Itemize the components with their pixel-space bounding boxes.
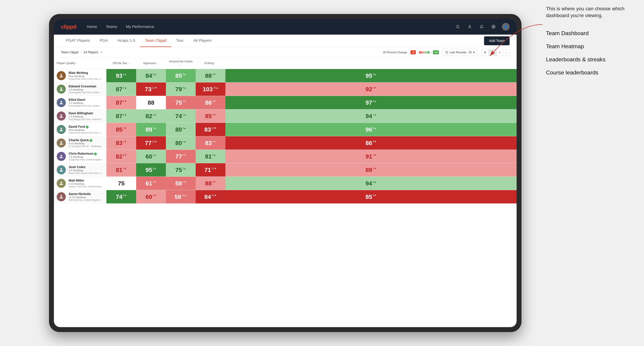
score-box: 94 3▲ <box>226 177 516 190</box>
player-cell[interactable]: Edward Crossman 1-5 Handicap Sunningdale… <box>54 82 106 96</box>
table-row: Elliot Ebert 1-5 Handicap Sunningdale Go… <box>54 96 516 109</box>
edit-icon[interactable]: ✏ <box>100 51 103 54</box>
player-info: Charlie Quick✓ 6-10 Handicap St. George'… <box>68 138 104 148</box>
score-box: 60 1▼ <box>136 190 166 203</box>
search-icon[interactable] <box>454 23 461 30</box>
annotation-area: This is where you can choose which dashb… <box>546 5 637 82</box>
score-value: 88 <box>205 72 212 79</box>
last-rounds-button[interactable]: Last Rounds: 20 ▾ <box>442 49 478 56</box>
nav-home[interactable]: Home <box>87 24 97 29</box>
player-name: Matt Miller <box>68 179 104 182</box>
score-value: 87 <box>116 113 122 120</box>
player-info: Dave Billingham 1-5 Handicap Gog Magog G… <box>68 112 104 121</box>
score-value: 94 <box>366 180 372 187</box>
player-avatar <box>57 152 66 161</box>
col-player: Player Quality <box>54 58 106 69</box>
tab-all-players[interactable]: All Players <box>188 35 216 47</box>
player-cell[interactable]: Chris Robertson✓ 1-5 Handicap Craigmilla… <box>54 150 106 163</box>
score-cell: 61 3▼ <box>136 177 166 190</box>
score-box: 85 4▼ <box>226 190 516 203</box>
score-cell: 83 6▼ <box>196 136 226 150</box>
table-row: David Ford✓ Plus Handicap Royal North De… <box>54 123 516 136</box>
score-box: 79 9▲ <box>166 82 196 96</box>
score-box: 86 6▼ <box>196 96 226 109</box>
tab-team-clippd[interactable]: Team Clippd <box>140 35 171 47</box>
user-icon[interactable] <box>466 23 473 30</box>
player-avatar <box>57 138 66 148</box>
player-cell[interactable]: Josh Coles 1-5 Handicap Royal North Devo… <box>54 163 106 177</box>
score-cell: 77 3▼ <box>166 150 196 163</box>
tab-hcaps[interactable]: Hcaps 1-5 <box>113 35 140 47</box>
score-cell: 103 15▲ <box>196 82 226 96</box>
app-logo[interactable]: clippd <box>61 23 76 30</box>
player-avatar <box>57 112 66 121</box>
svg-point-8 <box>60 87 62 89</box>
player-cell[interactable]: Charlie Quick✓ 6-10 Handicap St. George'… <box>54 136 106 150</box>
svg-point-1 <box>469 25 470 26</box>
nav-my-performance[interactable]: My Performance <box>126 24 154 29</box>
player-avatar <box>57 192 66 201</box>
score-cell: 85 8▲ <box>166 69 196 82</box>
player-cell[interactable]: Blair McHarg Plus Handicap Royal North D… <box>54 69 106 82</box>
player-cell[interactable]: Dave Billingham 1-5 Handicap Gog Magog G… <box>54 109 106 123</box>
score-box: 77 3▼ <box>166 150 196 163</box>
annotation-item-3: Course leaderboards <box>546 69 637 77</box>
score-box: 87 3▼ <box>106 96 136 109</box>
score-box: 81 4▲ <box>196 150 226 163</box>
score-cell: 95 8▲ <box>136 163 166 177</box>
tab-pga[interactable]: PGA <box>95 35 112 47</box>
tab-pgat-players[interactable]: PGAT Players <box>61 35 95 47</box>
score-value: 84 <box>204 193 211 200</box>
score-box: 84 21▼ <box>196 190 226 203</box>
score-value: 77 <box>145 140 152 147</box>
score-cell: 89 2▼ <box>226 163 516 177</box>
player-handicap: 11-15 Handicap <box>68 196 100 199</box>
separator: | <box>80 50 82 54</box>
player-cell[interactable]: Matt Miller 6-10 Handicap Woburn Golf Cl… <box>54 177 106 190</box>
score-box: 61 3▼ <box>136 177 166 190</box>
player-name: Blair McHarg <box>68 71 104 75</box>
player-name: Charlie Quick✓ <box>68 138 104 142</box>
score-value: 86 <box>205 99 212 106</box>
svg-point-15 <box>60 181 62 183</box>
score-cell: 83 10▼ <box>196 123 226 136</box>
score-value: 85 <box>205 113 212 120</box>
player-info: Chris Robertson✓ 1-5 Handicap Craigmilla… <box>68 152 102 161</box>
player-club: Drift Golf Club, United Kingdom <box>68 199 100 201</box>
score-value: 92 <box>366 86 372 93</box>
score-cell: 60 2▲ <box>136 150 166 163</box>
score-cell: 74 8▼ <box>106 190 136 204</box>
player-cell[interactable]: David Ford✓ Plus Handicap Royal North De… <box>54 123 106 136</box>
player-handicap: 1-5 Handicap <box>68 102 104 105</box>
score-box: 88 <box>136 96 166 109</box>
col-approach: Approach <box>136 58 166 69</box>
player-club: Royal North Devon Golf Club, United King… <box>68 172 104 174</box>
score-cell: 73 11▼ <box>136 82 166 96</box>
score-value: 75 <box>175 99 182 106</box>
player-club: Gog Magog Golf Club, United Kingdom <box>68 118 104 121</box>
player-avatar <box>57 179 66 188</box>
nav-teams[interactable]: Teams <box>106 24 117 29</box>
last-rounds-value: 20 <box>468 51 472 54</box>
player-name: Josh Coles <box>68 165 104 169</box>
annotation-item-2: Leaderboards & streaks <box>546 56 637 63</box>
score-value: 73 <box>145 86 152 93</box>
score-box: 87 4▲ <box>106 109 136 123</box>
navbar: clippd Home Teams My Performance <box>54 19 516 35</box>
player-info: Blair McHarg Plus Handicap Royal North D… <box>68 71 104 80</box>
tab-tour[interactable]: Tour <box>171 35 188 47</box>
score-value: 74 <box>116 193 122 200</box>
score-value: 75 <box>175 167 182 173</box>
score-cell: 58 4▼ <box>166 177 196 190</box>
player-cell[interactable]: Elliot Ebert 1-5 Handicap Sunningdale Go… <box>54 96 106 109</box>
annotation-item-1: Team Heatmap <box>546 42 637 50</box>
player-handicap: 1-5 Handicap <box>68 115 104 118</box>
score-value: 95 <box>366 72 372 79</box>
svg-point-9 <box>60 101 62 103</box>
score-cell: 87 3▼ <box>106 96 136 109</box>
player-cell[interactable]: Aaron Nicholls 11-15 Handicap Drift Golf… <box>54 190 106 204</box>
score-value: 85 <box>175 72 182 79</box>
col-putting: Putting <box>196 58 226 69</box>
score-value: 96 <box>366 126 372 133</box>
score-box: 86 8▼ <box>226 136 516 150</box>
